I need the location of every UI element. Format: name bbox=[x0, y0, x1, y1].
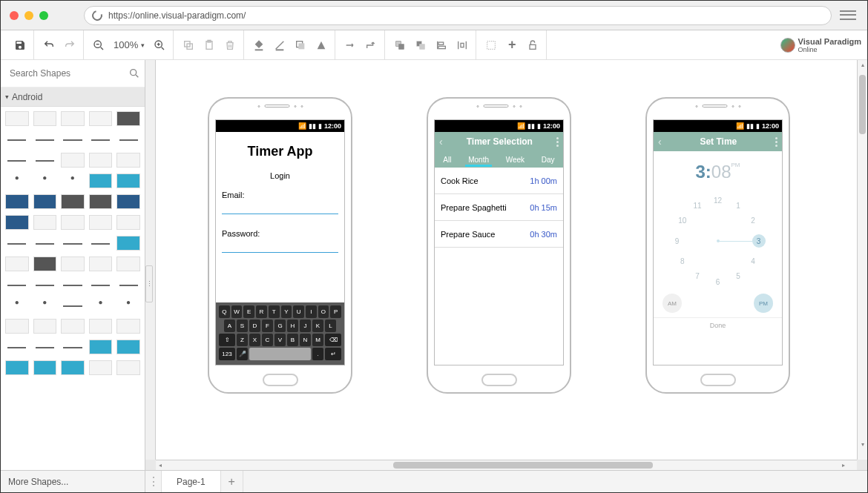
key[interactable]: Y bbox=[281, 305, 292, 318]
shape-item[interactable] bbox=[61, 153, 85, 168]
back-icon[interactable]: ‹ bbox=[658, 136, 662, 148]
key[interactable]: M bbox=[312, 334, 323, 346]
sidebar-collapse-handle[interactable]: ⋮ bbox=[145, 265, 153, 302]
shape-item[interactable] bbox=[89, 111, 113, 126]
more-icon[interactable] bbox=[556, 137, 559, 147]
shape-item[interactable] bbox=[116, 153, 140, 168]
shape-item[interactable] bbox=[116, 360, 140, 375]
paste-button[interactable] bbox=[200, 36, 218, 54]
shape-item[interactable] bbox=[61, 111, 85, 126]
clock-number[interactable]: 3 bbox=[752, 234, 766, 248]
page-drag-handle[interactable]: ⋮ bbox=[145, 471, 162, 492]
shape-item[interactable] bbox=[5, 173, 29, 188]
to-front-button[interactable] bbox=[391, 36, 409, 54]
shape-item[interactable] bbox=[89, 277, 113, 292]
shape-item[interactable] bbox=[33, 194, 57, 209]
shape-item[interactable] bbox=[5, 132, 29, 147]
key[interactable]: 123 bbox=[219, 348, 235, 360]
shape-item[interactable] bbox=[5, 277, 29, 292]
key[interactable] bbox=[249, 348, 311, 360]
zoom-out-button[interactable] bbox=[90, 36, 108, 54]
shape-item[interactable] bbox=[61, 319, 85, 334]
clock-number[interactable]: 12 bbox=[711, 193, 725, 207]
scrollbar-thumb[interactable] bbox=[393, 462, 653, 469]
shape-item[interactable] bbox=[89, 340, 113, 354]
clock-number[interactable]: 7 bbox=[691, 270, 704, 283]
shape-item[interactable] bbox=[33, 298, 57, 313]
clock-number[interactable]: 5 bbox=[731, 270, 745, 283]
shape-item[interactable] bbox=[5, 319, 29, 334]
shape-item[interactable] bbox=[33, 111, 57, 126]
key[interactable]: Z bbox=[237, 334, 248, 346]
shape-item[interactable] bbox=[61, 298, 85, 313]
canvas[interactable]: 📶 ▮▮ ▮ 12:00 Timer App Login Email: Pa bbox=[156, 60, 857, 460]
key[interactable]: N bbox=[300, 334, 311, 346]
shape-item[interactable] bbox=[116, 277, 140, 292]
copy-button[interactable] bbox=[180, 36, 197, 54]
distribute-button[interactable] bbox=[453, 36, 471, 54]
clock-number[interactable]: 10 bbox=[676, 214, 689, 228]
shapes-category-header[interactable]: Android bbox=[1, 87, 145, 107]
key[interactable]: A bbox=[224, 320, 235, 332]
mockup-phone-timer-list[interactable]: 📶 ▮▮ ▮ 12:00 ‹ Timer Selection AllMont bbox=[427, 97, 571, 394]
key[interactable]: I bbox=[306, 305, 317, 318]
key[interactable]: W bbox=[231, 305, 243, 318]
key[interactable]: 🎤 bbox=[237, 348, 248, 360]
clock-number[interactable]: 8 bbox=[676, 255, 689, 268]
key[interactable]: P bbox=[330, 305, 341, 318]
shape-item[interactable] bbox=[89, 153, 113, 168]
search-icon[interactable] bbox=[128, 64, 140, 82]
shape-item[interactable] bbox=[89, 173, 113, 188]
password-field[interactable] bbox=[222, 241, 338, 253]
refresh-icon[interactable] bbox=[90, 8, 104, 22]
shape-item[interactable] bbox=[33, 340, 57, 354]
shape-item[interactable] bbox=[116, 215, 140, 230]
shape-item[interactable] bbox=[89, 319, 113, 334]
undo-button[interactable] bbox=[40, 36, 58, 54]
clock-number[interactable]: 6 bbox=[711, 275, 725, 288]
list-item[interactable]: Cook Rice1h 00m bbox=[435, 168, 563, 194]
filter-tab[interactable]: All bbox=[440, 156, 454, 164]
filter-tab[interactable]: Week bbox=[503, 156, 527, 164]
shape-item[interactable] bbox=[33, 257, 57, 271]
shape-item[interactable] bbox=[116, 298, 140, 313]
horizontal-scrollbar[interactable] bbox=[156, 460, 857, 470]
add-page-button[interactable]: + bbox=[221, 471, 243, 492]
shape-item[interactable] bbox=[33, 173, 57, 188]
zoom-level[interactable]: 100% bbox=[114, 39, 145, 50]
page-tab[interactable]: Page-1 bbox=[162, 471, 221, 492]
done-button[interactable]: Done bbox=[654, 317, 782, 329]
key[interactable]: E bbox=[243, 305, 254, 318]
add-button[interactable]: + bbox=[503, 36, 521, 54]
shape-item[interactable] bbox=[61, 194, 85, 209]
key[interactable]: Q bbox=[219, 305, 230, 318]
shape-item[interactable] bbox=[5, 215, 29, 230]
key[interactable]: T bbox=[269, 305, 280, 318]
url-bar[interactable]: https://online.visual-paradigm.com/ bbox=[84, 6, 832, 25]
key[interactable]: H bbox=[287, 320, 298, 332]
shape-item[interactable] bbox=[5, 257, 29, 271]
shape-item[interactable] bbox=[89, 298, 113, 313]
clock-number[interactable]: 1 bbox=[731, 199, 745, 212]
mockup-phone-login[interactable]: 📶 ▮▮ ▮ 12:00 Timer App Login Email: Pa bbox=[208, 97, 352, 394]
shape-item[interactable] bbox=[116, 132, 140, 147]
shape-item[interactable] bbox=[61, 277, 85, 292]
zoom-in-button[interactable] bbox=[151, 36, 168, 54]
delete-button[interactable] bbox=[221, 36, 239, 54]
key[interactable]: R bbox=[256, 305, 267, 318]
shape-item[interactable] bbox=[33, 236, 57, 251]
shape-item[interactable] bbox=[5, 194, 29, 209]
shape-item[interactable] bbox=[89, 360, 113, 375]
more-icon[interactable] bbox=[775, 137, 777, 147]
key[interactable]: L bbox=[325, 320, 336, 332]
shape-item[interactable] bbox=[116, 194, 140, 209]
key[interactable]: S bbox=[237, 320, 248, 332]
shape-item[interactable] bbox=[61, 257, 85, 271]
clock-number[interactable]: 9 bbox=[671, 234, 684, 248]
list-item[interactable]: Prepare Spaghetti0h 15m bbox=[435, 194, 563, 221]
vertical-scrollbar[interactable] bbox=[857, 60, 867, 460]
fill-color-button[interactable] bbox=[250, 36, 268, 54]
connector-straight-button[interactable] bbox=[341, 36, 359, 54]
mockup-phone-set-time[interactable]: 📶 ▮▮ ▮ 12:00 ‹ Set Time 3:08PM bbox=[645, 97, 790, 394]
am-button[interactable]: AM bbox=[662, 294, 682, 313]
